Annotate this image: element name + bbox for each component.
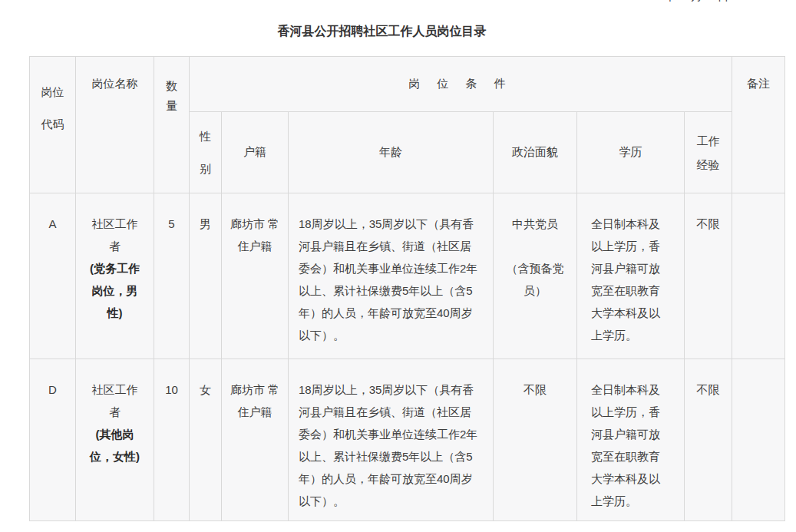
col-header-conditions: 岗 位 条 件 [190,57,732,112]
table-row-position-d: D 社区工作者(其他岗位，女性) 10 女 廊坊市 常住户籍 18周岁以上，35… [30,359,785,521]
cell-quantity: 10 [154,359,190,521]
cell-political-status: 中共党员 （含预备党员） [494,193,577,359]
cell-age: 18周岁以上，35周岁以下（具有香河县户籍且在乡镇、街道（社区居委会）和机关事业… [289,193,494,359]
cell-household: 廊坊市 常住户籍 [222,193,289,359]
position-name-regular: 社区工作者 [92,217,138,253]
table-row-position-a: A 社区工作者(党务工作岗位，男性) 5 男 廊坊市 常住户籍 18周岁以上，3… [30,193,785,359]
cell-remark [732,359,785,521]
cell-gender: 男 [190,193,222,359]
cell-quantity: 5 [154,193,190,359]
col-header-quantity: 数 量 [154,57,190,193]
col-header-remark: 备注 [732,57,785,193]
cell-position-name: 社区工作者(党务工作岗位，男性) [76,193,154,359]
cell-gender: 女 [190,359,222,521]
col-header-education: 学历 [577,112,685,193]
cell-work-experience: 不限 [685,193,732,359]
cell-position-name: 社区工作者(其他岗位，女性) [76,359,154,521]
page: 2020年10月16日 香河县公开招聘社区工作人员岗位目录 岗位 代码 岗位名称… [0,0,796,532]
positions-table: 岗位 代码 岗位名称 数 量 岗 位 条 件 备注 性 别 户籍 年龄 政治面貌… [29,56,785,521]
table-header: 岗位 代码 岗位名称 数 量 岗 位 条 件 备注 性 别 户籍 年龄 政治面貌… [30,57,785,193]
date-text-clipped: 2020年10月16日 [636,0,730,4]
cell-age: 18周岁以上，35周岁以下（具有香河县户籍且在乡镇、街道（社区居委会）和机关事业… [289,359,494,521]
col-header-work-experience: 工作 经验 [685,112,732,193]
position-name-bold: (党务工作岗位，男性) [88,257,141,324]
cell-education: 全日制本科及以上学历，香河县户籍可放宽至在职教育大学本科及以上学历。 [577,359,685,521]
col-header-household: 户籍 [222,112,289,193]
col-header-position-name: 岗位名称 [76,57,154,193]
col-header-political-status: 政治面貌 [494,112,577,193]
position-name-bold: (其他岗位，女性) [88,423,141,468]
col-header-position-code: 岗位 代码 [30,57,76,193]
col-header-gender: 性 别 [190,112,222,193]
header-row-1: 岗位 代码 岗位名称 数 量 岗 位 条 件 备注 [30,57,785,112]
cell-political-status: 不限 [494,359,577,521]
position-name-regular: 社区工作者 [92,383,138,418]
cell-code: D [30,359,76,521]
cell-education: 全日制本科及以上学历，香河县户籍可放宽至在职教育大学本科及以上学历。 [577,193,685,359]
table-body: A 社区工作者(党务工作岗位，男性) 5 男 廊坊市 常住户籍 18周岁以上，3… [30,193,785,521]
col-header-age: 年龄 [289,112,494,193]
cell-remark [732,193,785,359]
cell-code: A [30,193,76,359]
cell-work-experience: 不限 [685,359,732,521]
page-title: 香河县公开招聘社区工作人员岗位目录 [0,24,764,40]
cell-household: 廊坊市 常住户籍 [222,359,289,521]
